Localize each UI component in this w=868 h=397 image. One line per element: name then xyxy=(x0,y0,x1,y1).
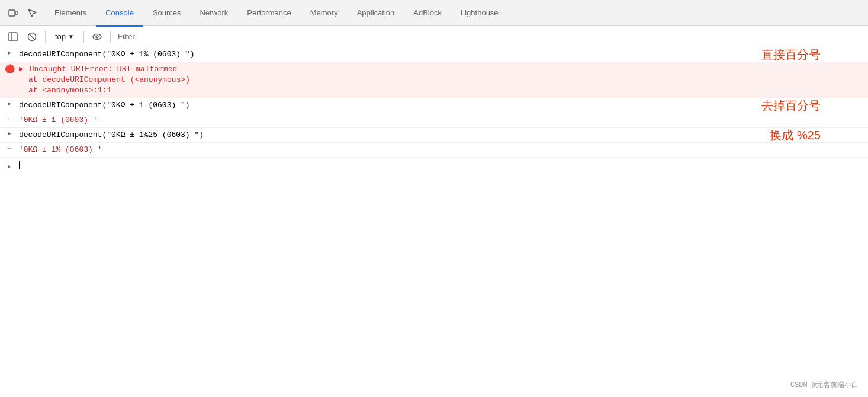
toolbar-separator-2 xyxy=(83,31,84,43)
toolbar-separator-1 xyxy=(45,31,46,43)
filter-input[interactable] xyxy=(115,30,863,44)
device-toggle-icon[interactable] xyxy=(5,5,21,21)
row-gutter-4: ← xyxy=(0,113,19,123)
devtools-icons xyxy=(5,5,40,21)
svg-point-6 xyxy=(93,34,101,39)
row-gutter-3: ▶ xyxy=(0,98,19,107)
input-code-5: decodeURIComponent("0KΩ ± 1%25 (0603) ") xyxy=(19,130,204,139)
console-row-4: ← '0KΩ ± 1 (0603) ' xyxy=(0,113,868,128)
error-content: ▶ Uncaught URIError: URI malformed at de… xyxy=(19,62,868,98)
error-icon: 🔴 xyxy=(5,64,15,74)
row-gutter-1: ▶ xyxy=(0,47,19,56)
context-dropdown[interactable]: top ▼ xyxy=(50,31,79,42)
cursor xyxy=(19,161,20,169)
output-code-4: '0KΩ ± 1 (0603) ' xyxy=(19,116,98,124)
row-content-3: decodeURIComponent("0KΩ ± 1 (0603) ") xyxy=(19,98,868,113)
result-prefix-6: ← xyxy=(7,145,11,153)
row-gutter-5: ▶ xyxy=(0,128,19,137)
annotation-1: 直接百分号 xyxy=(761,47,821,63)
row-gutter-error: 🔴 xyxy=(0,62,19,74)
console-toolbar: top ▼ xyxy=(0,26,868,47)
console-row-6: ← '0KΩ ± 1% (0603) ' xyxy=(0,143,868,158)
console-row-1: ▶ decodeURIComponent("0KΩ ± 1% (0603) ")… xyxy=(0,47,868,62)
tab-network[interactable]: Network xyxy=(191,1,238,27)
error-line-3: at <anonymous>:1:1 xyxy=(19,85,863,96)
error-line-2: at decodeURIComponent (<anonymous>) xyxy=(19,75,863,85)
svg-rect-1 xyxy=(15,11,17,15)
svg-rect-2 xyxy=(9,33,17,41)
console-prompt-row: ▶ xyxy=(0,158,868,174)
error-expand-arrow[interactable]: ▶ xyxy=(19,65,24,73)
row-content-1: decodeURIComponent("0KΩ ± 1% (0603) ") xyxy=(19,47,868,62)
clear-console-button[interactable] xyxy=(24,28,40,45)
row-gutter-6: ← xyxy=(0,143,19,153)
output-code-6: '0KΩ ± 1% (0603) ' xyxy=(19,145,102,154)
row-content-4: '0KΩ ± 1 (0603) ' xyxy=(19,113,868,127)
context-label: top xyxy=(55,32,66,41)
tab-elements[interactable]: Elements xyxy=(45,1,96,27)
expand-arrow-1[interactable]: ▶ xyxy=(8,49,11,56)
expand-arrow-5[interactable]: ▶ xyxy=(8,130,11,137)
tab-adblock[interactable]: AdBlock xyxy=(404,1,451,27)
input-code-3: decodeURIComponent("0KΩ ± 1 (0603) ") xyxy=(19,101,190,110)
tab-application[interactable]: Application xyxy=(348,1,404,27)
tab-memory[interactable]: Memory xyxy=(301,1,348,27)
toolbar-separator-3 xyxy=(110,31,111,43)
dropdown-arrow-icon: ▼ xyxy=(68,33,74,40)
annotation-5: 换成 %25 xyxy=(770,127,821,143)
error-line-1: ▶ Uncaught URIError: URI malformed xyxy=(19,64,863,75)
svg-point-7 xyxy=(96,36,98,38)
watermark: CSDN @无名前端小白 xyxy=(790,380,859,390)
row-gutter-prompt: ▶ xyxy=(0,161,19,170)
tab-lighthouse[interactable]: Lighthouse xyxy=(451,1,508,27)
console-row-error: 🔴 ▶ Uncaught URIError: URI malformed at … xyxy=(0,62,868,98)
sidebar-toggle-button[interactable] xyxy=(5,28,21,45)
svg-line-5 xyxy=(29,34,35,40)
console-row-3: ▶ decodeURIComponent("0KΩ ± 1 (0603) ") … xyxy=(0,98,868,113)
prompt-content[interactable] xyxy=(19,159,868,173)
tab-console[interactable]: Console xyxy=(96,1,143,27)
tab-sources[interactable]: Sources xyxy=(143,1,191,27)
prompt-arrow: ▶ xyxy=(8,163,11,170)
input-code-1: decodeURIComponent("0KΩ ± 1% (0603) ") xyxy=(19,50,194,59)
tab-performance[interactable]: Performance xyxy=(237,1,300,27)
console-row-5: ▶ decodeURIComponent("0KΩ ± 1%25 (0603) … xyxy=(0,128,868,143)
console-output: ▶ decodeURIComponent("0KΩ ± 1% (0603) ")… xyxy=(0,47,868,397)
expand-arrow-3[interactable]: ▶ xyxy=(8,100,11,107)
svg-rect-0 xyxy=(9,10,15,16)
row-content-6: '0KΩ ± 1% (0603) ' xyxy=(19,143,868,157)
annotation-3: 去掉百分号 xyxy=(761,98,821,114)
row-content-5: decodeURIComponent("0KΩ ± 1%25 (0603) ") xyxy=(19,128,868,142)
result-prefix-4: ← xyxy=(7,115,11,123)
tab-bar: Elements Console Sources Network Perform… xyxy=(0,0,868,26)
eye-icon-button[interactable] xyxy=(89,28,105,45)
inspect-element-icon[interactable] xyxy=(24,5,40,21)
